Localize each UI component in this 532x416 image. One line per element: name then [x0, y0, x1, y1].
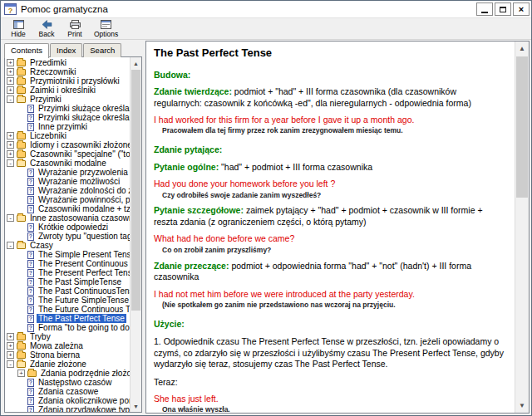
tree-scrollbar-thumb[interactable]	[131, 70, 140, 311]
expand-spacer	[17, 169, 25, 176]
expand-spacer	[17, 379, 25, 386]
tree-item[interactable]: ?Czasowniki modalne + tzw. Pe...	[5, 204, 130, 213]
collapse-icon[interactable]: -	[7, 95, 14, 103]
page-icon: ?	[27, 187, 34, 195]
tree-item[interactable]: ?Zdania przydawkowe typu Def...	[5, 405, 130, 412]
tree-item[interactable]: ?Zdania okolicznikowe porówn...	[5, 396, 130, 405]
back-button[interactable]: Back	[32, 19, 61, 38]
content-example: I had not met him before we were introdu…	[154, 289, 506, 300]
tree-item-label: Tryby	[28, 332, 52, 341]
collapse-icon[interactable]: -	[7, 214, 14, 222]
folder-icon	[17, 334, 26, 340]
tree-item[interactable]: +Tryby	[5, 332, 130, 341]
tree-item[interactable]: +Idiomy i czasowniki złożone ("phra...	[5, 140, 130, 149]
expand-icon[interactable]: +	[7, 132, 14, 139]
expand-spacer	[17, 269, 25, 277]
tab-contents[interactable]: Contents	[4, 43, 49, 58]
tree-item[interactable]: ?Krótkie odpowiedzi	[5, 223, 130, 232]
expand-spacer	[17, 205, 25, 213]
tree-item[interactable]: +Mowa zależna	[5, 341, 130, 350]
tree-scrollbar[interactable]: ▲ ▼	[130, 57, 141, 412]
content-scrollbar[interactable]: ▲ ▼	[515, 42, 529, 413]
tree-item[interactable]: ?Zwroty typu "question tags"	[5, 232, 130, 241]
close-button[interactable]: ×	[513, 2, 530, 16]
window-title: Pomoc gramatyczna	[21, 4, 476, 14]
hide-button[interactable]: Hide	[4, 19, 32, 38]
scroll-up-icon[interactable]: ▲	[515, 42, 529, 56]
tree-item[interactable]: +Liczebniki	[5, 131, 130, 140]
tree-item[interactable]: ?Wyrażanie powinności, przym...	[5, 195, 130, 204]
scroll-down-icon[interactable]: ▼	[515, 399, 529, 413]
tree-item[interactable]: -Zdanie złożone	[5, 360, 130, 369]
maximize-button[interactable]	[495, 2, 511, 16]
tree-item[interactable]: +Czasowniki "specjalne" ("to be"...	[5, 149, 130, 159]
help-app-icon: ?	[4, 3, 17, 15]
tree-item-label: Zdania podrzędnie złożone	[39, 369, 130, 378]
collapse-icon[interactable]: -	[7, 159, 14, 167]
scroll-down-icon[interactable]: ▼	[131, 400, 141, 412]
tree-item[interactable]: -Inne zastosowania czasowników...	[5, 213, 130, 223]
tree-item-label: The Simple Present Tense	[37, 250, 130, 259]
tree-item-label: Forma "to be going to do som...	[37, 323, 130, 332]
collapse-icon[interactable]: -	[7, 360, 14, 368]
tree-item[interactable]: ?The Future SimpleTense	[5, 296, 130, 305]
expand-icon[interactable]: +	[7, 68, 14, 76]
options-button[interactable]: Options	[89, 19, 123, 38]
main-area: Contents Index Search +Przedimki+Rzeczow…	[1, 41, 531, 415]
back-button-label: Back	[39, 30, 55, 38]
scroll-up-icon[interactable]: ▲	[131, 57, 141, 69]
tree-item[interactable]: ?Wyrażanie zdolności do zrobie...	[5, 186, 130, 195]
expand-icon[interactable]: +	[7, 333, 14, 340]
tree-item[interactable]: +Przedimki	[5, 58, 130, 67]
expand-spacer	[17, 232, 25, 240]
back-arrow-icon	[42, 20, 52, 29]
page-icon: ?	[27, 315, 34, 323]
expand-icon[interactable]: +	[7, 150, 14, 158]
content-para: 1. Odpowiednik czasu The Present Perfect…	[154, 336, 506, 370]
expand-spacer	[17, 324, 25, 331]
tree-item[interactable]: -Czasy	[5, 241, 130, 250]
expand-icon[interactable]: +	[7, 59, 14, 66]
expand-spacer	[17, 178, 25, 185]
print-button[interactable]: Print	[61, 19, 89, 38]
tree-item[interactable]: +Strona bierna	[5, 350, 130, 360]
tree-item[interactable]: ?Wyrażanie możliwości	[5, 177, 130, 186]
tree-item[interactable]: ?The Past SimpleTense	[5, 277, 130, 286]
tree-item[interactable]: ?Zdania czasowe	[5, 387, 130, 396]
tree-item[interactable]: +Zdania podrzędnie złożone	[5, 369, 130, 378]
tree-item[interactable]: +Rzeczowniki	[5, 67, 130, 76]
expand-icon[interactable]: +	[17, 370, 25, 377]
tree-item[interactable]: ?The Future Continuous Tense	[5, 305, 130, 314]
tree-item[interactable]: ?The Past Perfect Tense	[5, 314, 130, 323]
content-label: Pytanie szczegółowe:	[154, 205, 246, 215]
tree-item[interactable]: ?Inne przyimki	[5, 122, 130, 131]
tree-item[interactable]: ?Następstwo czasów	[5, 378, 130, 387]
tree-item[interactable]: -Czasowniki modalne	[5, 159, 130, 168]
folder-open-icon	[17, 160, 26, 167]
expand-icon[interactable]: +	[7, 86, 14, 94]
tree-item[interactable]: ?Wyrażanie przyzwolenia	[5, 168, 130, 177]
tree-item[interactable]: -Przyimki	[5, 95, 130, 104]
tree-item[interactable]: ?Forma "to be going to do som...	[5, 323, 130, 332]
page-icon: ?	[27, 223, 34, 232]
expand-icon[interactable]: +	[7, 141, 14, 149]
tree-item[interactable]: ?Przyimki służące określaniu m...	[5, 104, 130, 113]
tree-item[interactable]: ?Przyimki służące określaniu...	[5, 113, 130, 122]
content-scrollbar-thumb[interactable]	[516, 56, 528, 198]
tab-search[interactable]: Search	[83, 43, 121, 57]
tree-item[interactable]: +Przymiotniki i przysłówki	[5, 76, 130, 86]
collapse-icon[interactable]: -	[7, 242, 14, 249]
expand-icon[interactable]: +	[7, 351, 14, 359]
tree-item[interactable]: ?The Simple Present Tense	[5, 250, 130, 259]
tree-item[interactable]: +Zaimki i określniki	[5, 86, 130, 95]
nav-tabs: Contents Index Search	[4, 43, 142, 57]
expand-icon[interactable]: +	[7, 342, 14, 350]
tree-item-label: Rzeczowniki	[28, 67, 78, 76]
tree-item-label: Krótkie odpowiedzi	[37, 223, 110, 232]
expand-icon[interactable]: +	[7, 77, 14, 85]
tree-item[interactable]: ?The Present Perfect Tense	[5, 268, 130, 277]
tree-item[interactable]: ?The Past ContinuousTense	[5, 286, 130, 296]
tree-item[interactable]: ?The Present Continuous Tense	[5, 259, 130, 268]
tab-index[interactable]: Index	[50, 43, 82, 57]
minimize-button[interactable]	[476, 2, 493, 16]
